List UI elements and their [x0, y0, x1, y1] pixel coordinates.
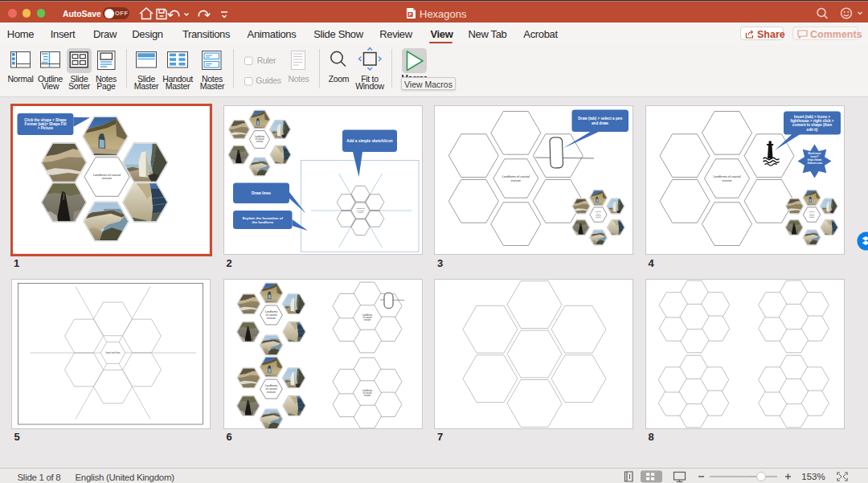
- svg-text:Draw (tab) > select a pen: Draw (tab) > select a pen: [578, 117, 622, 121]
- svg-text:153%: 153%: [801, 472, 825, 481]
- svg-text:.flaticon.com: .flaticon.com: [806, 161, 821, 164]
- svg-text:erosion: erosion: [267, 391, 276, 394]
- svg-text:Format (tab)> Shape Fill: Format (tab)> Shape Fill: [24, 122, 66, 126]
- svg-text:erosion: erosion: [722, 178, 731, 182]
- svg-text:erosion: erosion: [267, 317, 276, 320]
- svg-text:lighthouse > right click >: lighthouse > right click >: [790, 118, 833, 122]
- svg-text:erosion: erosion: [363, 394, 371, 397]
- svg-text:Landforms of coastal: Landforms of coastal: [713, 175, 740, 178]
- svg-text:Click the shape > Shape: Click the shape > Shape: [24, 118, 67, 122]
- svg-text:Add a simple sketch/icon: Add a simple sketch/icon: [346, 139, 393, 143]
- svg-text:the landform: the landform: [252, 219, 273, 223]
- svg-text:erosion: erosion: [596, 216, 602, 218]
- svg-text:P: P: [409, 12, 412, 17]
- svg-text:Insert text here: Insert text here: [105, 351, 120, 354]
- svg-text:erosion: erosion: [363, 318, 371, 321]
- svg-text:erosion: erosion: [256, 140, 263, 143]
- svg-text:Landforms of coastal: Landforms of coastal: [502, 175, 530, 178]
- svg-text:edit it): edit it): [806, 127, 817, 131]
- svg-text:Landforms: Landforms: [356, 207, 365, 209]
- svg-text:> Picture: > Picture: [38, 126, 54, 130]
- svg-text:Draw lines: Draw lines: [252, 191, 271, 195]
- svg-text:and draw.: and draw.: [592, 121, 609, 125]
- svg-text:erosion: erosion: [102, 177, 112, 180]
- svg-text:convert to shape (then: convert to shape (then: [792, 123, 831, 127]
- svg-text:erosion: erosion: [809, 216, 815, 218]
- svg-text:erosion: erosion: [511, 178, 521, 182]
- svg-text:erosion: erosion: [357, 211, 363, 213]
- svg-text:Insert (tab) > Icons >: Insert (tab) > Icons >: [794, 114, 830, 118]
